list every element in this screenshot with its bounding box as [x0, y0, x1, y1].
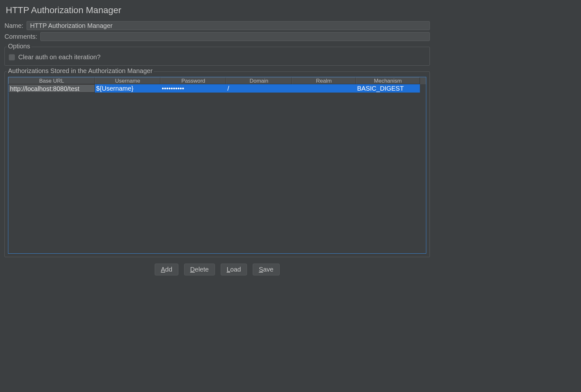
authorizations-table[interactable]: Base URL Username Password Domain Realm …: [8, 77, 426, 254]
col-username[interactable]: Username: [95, 77, 160, 84]
table-header: Base URL Username Password Domain Realm …: [8, 77, 426, 84]
load-button[interactable]: Load: [221, 264, 247, 275]
authorizations-group: Authorizations Stored in the Authorizati…: [4, 71, 430, 257]
cell-realm[interactable]: [292, 84, 356, 93]
cell-password[interactable]: ••••••••••: [160, 84, 226, 93]
options-legend: Options: [7, 43, 31, 50]
clear-auth-checkbox[interactable]: [9, 54, 15, 61]
name-row: Name:: [4, 21, 430, 30]
cell-username[interactable]: ${Username}: [95, 84, 160, 93]
comments-label: Comments:: [4, 33, 37, 40]
col-base-url[interactable]: Base URL: [8, 77, 95, 84]
authorizations-legend: Authorizations Stored in the Authorizati…: [7, 67, 154, 75]
cell-domain[interactable]: /: [226, 84, 292, 93]
action-buttons: Add Delete Load Save: [4, 264, 430, 275]
table-row[interactable]: http://localhost:8080/test ${Username} •…: [8, 84, 426, 93]
options-group: Options Clear auth on each iteration?: [4, 47, 430, 66]
cell-mechanism[interactable]: BASIC_DIGEST: [356, 84, 420, 93]
page-title: HTTP Authorization Manager: [4, 2, 430, 21]
col-password[interactable]: Password: [160, 77, 226, 84]
col-realm[interactable]: Realm: [292, 77, 356, 84]
name-input[interactable]: [27, 21, 430, 30]
col-domain[interactable]: Domain: [226, 77, 292, 84]
add-button[interactable]: Add: [155, 264, 178, 275]
save-button[interactable]: Save: [253, 264, 280, 275]
col-mechanism[interactable]: Mechanism: [356, 77, 420, 84]
comments-input[interactable]: [40, 32, 430, 41]
cell-base-url[interactable]: http://localhost:8080/test: [8, 84, 95, 93]
delete-button[interactable]: Delete: [184, 264, 215, 275]
clear-auth-label: Clear auth on each iteration?: [18, 53, 101, 61]
name-label: Name:: [4, 22, 23, 29]
comments-row: Comments:: [4, 32, 430, 41]
